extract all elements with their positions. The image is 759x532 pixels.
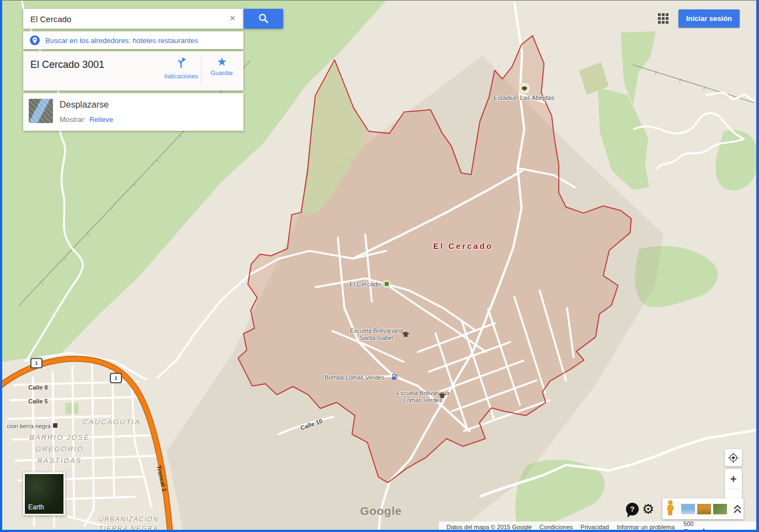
region-name-label: El Cercado [433, 241, 493, 251]
school-santa-isabel-line2: Santa Isabel [350, 334, 404, 342]
zoom-in-button[interactable]: + [725, 469, 742, 488]
imagery-divider [678, 501, 679, 517]
street-label-calle5: Calle 5 [28, 398, 47, 405]
tierra-negra-poi-icon[interactable] [53, 423, 57, 428]
pegman-icon[interactable] [662, 500, 678, 518]
stadium-poi-label: Estadiun Las Abejitas [493, 94, 554, 101]
map-attribution-bar: Datos del mapa © 2015 Google Condiciones… [439, 522, 759, 532]
pegman-figure [666, 500, 675, 516]
barrio-line1: BARRIO JOSÉ [29, 432, 89, 443]
gas-station-label: Bomba Lomas Verdes [325, 374, 384, 381]
search-suggestion[interactable]: Buscar en los alrededores: hoteles·resta… [23, 31, 243, 49]
help-icon[interactable]: ? [626, 503, 639, 515]
search-input[interactable] [23, 9, 243, 29]
my-location-icon [725, 449, 742, 466]
show-label: Mostrar: [60, 115, 86, 124]
save-label: Guardar [204, 70, 240, 76]
terms-link[interactable]: Condiciones [539, 524, 573, 530]
el-cercado-poi-icon[interactable] [383, 280, 391, 288]
directions-label: Indicaciones [162, 73, 200, 79]
terrain-link[interactable]: Relieve [89, 115, 113, 124]
area-label-urbanizacion: URBANIZACION TIERRA NEGRA [99, 515, 159, 532]
urbanizacion-line1: URBANIZACION [99, 515, 159, 524]
scale-bar [703, 529, 759, 532]
highway-shield-1: 1 [110, 373, 122, 384]
google-watermark: Google [360, 504, 401, 518]
privacy-link[interactable]: Privacidad [581, 524, 609, 530]
star-icon: ★ [204, 56, 240, 68]
actions-divider [201, 57, 201, 84]
imagery-thumbnail-sky[interactable] [681, 504, 695, 514]
imagery-thumbnail-vegetation[interactable] [713, 504, 727, 514]
explore-title: Desplazarse [60, 100, 109, 110]
clear-search-button[interactable]: × [226, 12, 239, 25]
street-label-calle8: Calle 8 [28, 384, 47, 391]
gear-icon[interactable]: ⚙ [642, 501, 654, 517]
imagery-thumbnail-field[interactable] [697, 504, 711, 514]
school-icon[interactable] [438, 391, 446, 401]
search-icon [257, 12, 269, 24]
school-icon[interactable] [402, 329, 410, 339]
save-button[interactable]: ★ Guardar [204, 56, 240, 87]
map-attribution: Datos del mapa © 2015 Google [447, 524, 532, 530]
tierra-negra-poi-label: cion tierra negra [7, 423, 51, 429]
scale-control: 500 m [683, 520, 759, 532]
my-location-button[interactable] [725, 449, 742, 466]
stadium-glyph [521, 86, 528, 91]
sign-in-button[interactable]: Iniciar sesión [678, 9, 740, 28]
explore-thumbnail[interactable] [29, 99, 53, 123]
barrio-line3: BASTIDAS [29, 455, 89, 466]
place-result-card: El Cercado 3001 Indicaciones ★ Guardar [23, 51, 243, 91]
report-problem-link[interactable]: Informar un problema [617, 524, 675, 530]
place-title: El Cercado 3001 [30, 59, 104, 71]
suggestion-text: Buscar en los alrededores: hoteles·resta… [45, 36, 198, 45]
urbanizacion-line2: TIERRA NEGRA [99, 524, 159, 532]
directions-button[interactable]: Indicaciones [162, 56, 200, 87]
el-cercado-poi-label: El Cercado [349, 281, 381, 288]
highway-shield-1: 1 [30, 358, 43, 369]
location-pin-icon [30, 35, 40, 45]
chevron-up-icon[interactable] [731, 503, 744, 515]
search-button[interactable] [243, 9, 283, 29]
apps-grid-icon[interactable] [658, 13, 669, 24]
earth-view-button[interactable]: Earth [23, 472, 65, 515]
school-santa-isabel-label: Escuela Bolivariana Santa Isabel [350, 327, 404, 342]
barrio-line2: GREGORIO [29, 443, 89, 455]
directions-fork-icon [174, 56, 188, 69]
scale-text: 500 m [683, 520, 699, 532]
school-santa-isabel-line1: Escuela Bolivariana [350, 327, 404, 334]
explore-card[interactable]: Desplazarse Mostrar:Relieve [23, 93, 243, 131]
earth-label: Earth [28, 503, 44, 511]
area-label-caucagutia: CAUCAGUTIA [82, 416, 140, 428]
gas-station-icon[interactable] [392, 373, 398, 382]
search-box: × [23, 9, 243, 29]
stadium-poi-icon[interactable] [518, 82, 530, 94]
imagery-bar [662, 498, 744, 519]
google-maps-window: El Cercado Estadiun Las Abejitas El Cerc… [0, 0, 759, 532]
area-label-barrio: BARRIO JOSÉ GREGORIO BASTIDAS [29, 432, 89, 466]
show-row: Mostrar:Relieve [60, 115, 113, 124]
